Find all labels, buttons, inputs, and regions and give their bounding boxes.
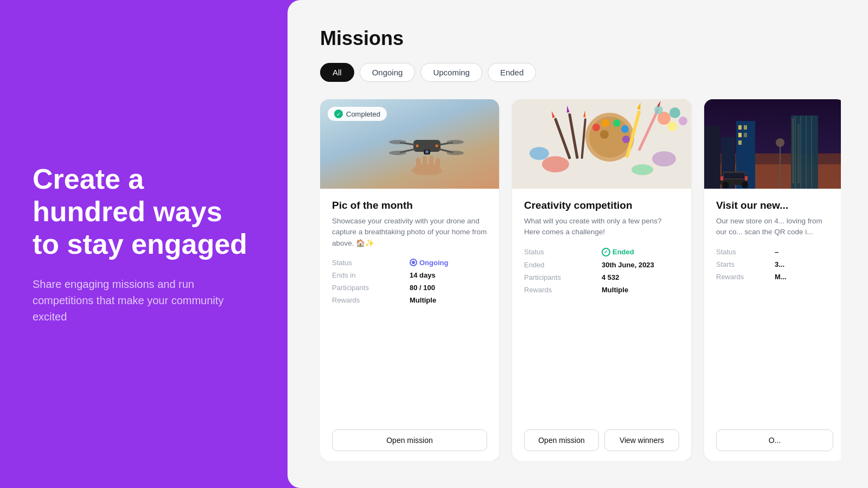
svg-rect-15 (416, 158, 420, 168)
svg-point-27 (622, 136, 630, 143)
svg-point-35 (529, 147, 549, 160)
ended-check-icon: ✓ (602, 248, 610, 256)
card-3-starts-label: Starts (716, 260, 775, 268)
card-1-desc: Showcase your creativity with your drone… (332, 216, 487, 249)
filter-tabs: All Ongoing Upcoming Ended (320, 63, 841, 82)
card-2-status-value: ✓ Ended (602, 248, 679, 256)
right-panel: Missions All Ongoing Upcoming Ended (288, 0, 868, 488)
card-3-meta: Status – Starts 3... Rewards M... (716, 248, 833, 281)
card-3-rewards-value: M... (775, 273, 833, 281)
svg-point-45 (679, 117, 687, 125)
card-3-title: Visit our new... (716, 200, 833, 211)
filter-tab-ongoing[interactable]: Ongoing (360, 63, 416, 82)
card-2-winners-button[interactable]: View winners (604, 429, 679, 451)
card-3-footer: O... (704, 429, 841, 461)
svg-point-36 (631, 164, 653, 175)
page-title: Missions (320, 27, 841, 50)
card-1-title: Pic of the month (332, 200, 487, 211)
ongoing-dot-icon (410, 259, 417, 266)
card-1-endsin-label: Ends in (332, 271, 410, 279)
svg-rect-64 (797, 124, 800, 183)
card-3-status-label: Status (716, 248, 775, 256)
card-2-desc: What will you create with only a few pen… (524, 216, 679, 238)
card-1-image: ✓ Completed (320, 99, 499, 189)
headline: Create a hundred ways to stay engaged (33, 163, 255, 260)
svg-point-5 (389, 140, 406, 144)
card-1-footer: Open mission (320, 429, 499, 461)
svg-point-6 (446, 140, 464, 144)
svg-rect-18 (436, 158, 440, 168)
card-2-ended-label: Ended (524, 261, 602, 269)
drone-illustration (384, 121, 470, 175)
filter-tab-all[interactable]: All (320, 63, 354, 82)
svg-point-7 (389, 151, 406, 155)
svg-rect-54 (744, 125, 747, 130)
svg-point-10 (425, 150, 429, 153)
svg-rect-50 (704, 126, 720, 189)
card-2-rewards-label: Rewards (524, 286, 602, 294)
check-icon: ✓ (334, 110, 343, 118)
card-3-open-button[interactable]: O... (716, 429, 833, 451)
svg-point-68 (742, 182, 748, 188)
card-2-meta: Status ✓ Ended Ended 30th June, 2023 Par… (524, 248, 679, 294)
svg-rect-53 (738, 125, 742, 130)
svg-point-26 (621, 125, 629, 133)
svg-point-25 (613, 119, 621, 127)
card-1-endsin-value: 14 days (410, 271, 487, 279)
svg-rect-17 (429, 156, 433, 168)
card-2-participants-label: Participants (524, 273, 602, 281)
card-2-status-label: Status (524, 248, 602, 256)
svg-point-24 (602, 119, 609, 127)
svg-point-34 (542, 156, 569, 172)
svg-point-8 (446, 151, 464, 155)
card-3-rewards-label: Rewards (716, 273, 775, 281)
card-1-rewards-value: Multiple (410, 296, 487, 304)
card-2-body: Creativity competition What will you cre… (512, 189, 691, 429)
card-2-ended-value: 30th June, 2023 (602, 261, 679, 269)
card-2-participants-value: 4 532 (602, 273, 679, 281)
svg-point-44 (667, 121, 677, 131)
card-3-status-value: – (775, 248, 833, 256)
mission-card-2: Creativity competition What will you cre… (512, 99, 691, 461)
svg-rect-16 (423, 156, 427, 168)
card-3-starts-value: 3... (775, 260, 833, 268)
card-1-body: Pic of the month Showcase your creativit… (320, 189, 499, 429)
card-2-image (512, 99, 691, 189)
mission-card-1: ✓ Completed Pic of the month Showcase yo… (320, 99, 499, 461)
svg-rect-70 (720, 176, 723, 181)
svg-point-43 (669, 107, 680, 118)
svg-point-37 (652, 151, 676, 166)
svg-rect-56 (744, 133, 747, 137)
card-2-open-button[interactable]: Open mission (524, 429, 599, 451)
card-2-footer: Open mission View winners (512, 429, 691, 461)
subtext: Share engaging missions and run competit… (33, 276, 255, 325)
svg-rect-73 (780, 143, 781, 189)
card-2-rewards-value: Multiple (602, 286, 679, 294)
card-2-title: Creativity competition (524, 200, 679, 211)
card-1-rewards-label: Rewards (332, 296, 410, 304)
cards-row: ✓ Completed Pic of the month Showcase yo… (320, 99, 841, 461)
filter-tab-upcoming[interactable]: Upcoming (420, 63, 482, 82)
svg-point-46 (654, 106, 663, 114)
svg-point-67 (723, 182, 729, 188)
filter-tab-ended[interactable]: Ended (488, 63, 536, 82)
svg-point-23 (592, 124, 600, 131)
svg-rect-55 (738, 133, 742, 137)
svg-rect-63 (792, 118, 794, 183)
card-1-meta: Status Ongoing Ends in 14 days Participa… (332, 259, 487, 304)
completed-badge: ✓ Completed (328, 107, 387, 121)
card-3-body: Visit our new... Our new store on 4... l… (704, 189, 841, 429)
card-1-status-value: Ongoing (410, 259, 487, 267)
city-illustration (704, 99, 841, 189)
card-1-open-button[interactable]: Open mission (332, 429, 487, 451)
svg-point-22 (600, 130, 609, 139)
svg-point-11 (416, 145, 419, 147)
card-3-image (704, 99, 841, 189)
svg-rect-57 (738, 140, 742, 145)
svg-point-12 (436, 145, 438, 147)
badge-label: Completed (346, 110, 380, 118)
card-3-desc: Our new store on 4... loving from our co… (716, 216, 833, 238)
svg-rect-69 (724, 173, 744, 178)
mission-card-3: Visit our new... Our new store on 4... l… (704, 99, 841, 461)
svg-rect-71 (745, 176, 748, 181)
